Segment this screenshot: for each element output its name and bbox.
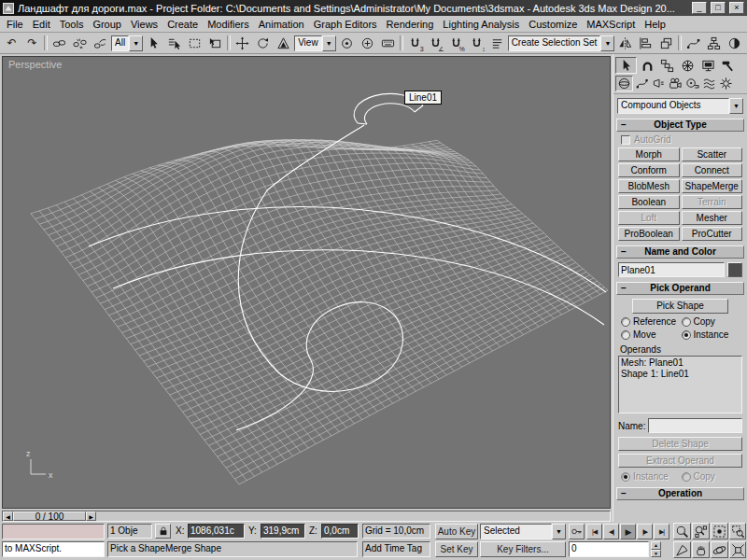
operand-item-shape[interactable]: Shape 1: Line01	[621, 369, 740, 380]
field-of-view-icon[interactable]	[673, 541, 691, 558]
go-to-end-button[interactable]: ▶|	[654, 524, 669, 539]
chevron-down-icon[interactable]: ▼	[600, 35, 614, 51]
select-by-name-icon[interactable]	[164, 34, 184, 52]
frame-spinner[interactable]: ▲▼	[651, 541, 661, 557]
radio-move[interactable]: Move	[621, 329, 680, 341]
viewport-canvas[interactable]: z x	[3, 57, 610, 508]
set-key-button[interactable]: Set Key	[435, 541, 478, 557]
align-icon[interactable]	[636, 34, 655, 52]
menu-modifiers[interactable]: Modifiers	[203, 17, 254, 32]
z-coordinate-field[interactable]: 0,0cm	[321, 524, 359, 539]
maxscript-listener-pane[interactable]: to MAXScript.	[2, 541, 105, 557]
next-frame-arrow[interactable]: ▶	[86, 511, 96, 521]
chevron-down-icon[interactable]: ▼	[552, 524, 566, 539]
operands-list[interactable]: Mesh: Plane01 Shape 1: Line01	[618, 356, 742, 413]
arc-rotate-icon[interactable]	[711, 541, 728, 558]
shapemerge-button[interactable]: ShapeMerge	[682, 179, 743, 193]
time-slider-handle[interactable]: 0 / 100	[13, 511, 86, 521]
tab-motion[interactable]	[678, 57, 698, 74]
keyboard-shortcut-override-icon[interactable]	[378, 34, 398, 52]
tab-utilities[interactable]	[718, 57, 738, 74]
selection-filter-dropdown[interactable]: All ▼	[111, 35, 143, 51]
auto-key-button[interactable]: Auto Key	[435, 524, 478, 539]
bind-to-space-warp-icon[interactable]	[91, 34, 110, 52]
conform-button[interactable]: Conform	[618, 163, 680, 177]
mesher-button[interactable]: Mesher	[682, 211, 743, 225]
percent-snap-icon[interactable]: %	[446, 34, 466, 52]
rollout-name-and-color[interactable]: −Name and Color	[616, 245, 744, 259]
spinner-snap-icon[interactable]: ↕	[467, 34, 486, 52]
subcategory-dropdown[interactable]: Compound Objects ▼	[617, 98, 743, 114]
next-frame-button[interactable]: |▶	[637, 524, 653, 539]
procutter-button[interactable]: ProCutter	[682, 227, 743, 241]
select-and-move-icon[interactable]	[233, 34, 252, 52]
key-filters-button[interactable]: Key Filters...	[480, 541, 566, 557]
category-shapes-icon[interactable]	[634, 76, 650, 91]
redo-icon[interactable]: ↷	[22, 34, 42, 52]
radio-copy[interactable]: Copy	[682, 315, 740, 328]
operand-item-mesh[interactable]: Mesh: Plane01	[621, 357, 740, 369]
category-space-warps-icon[interactable]	[701, 76, 717, 91]
tab-create[interactable]	[615, 57, 637, 74]
y-coordinate-field[interactable]: 319,9cm	[261, 524, 305, 539]
chevron-down-icon[interactable]: ▼	[129, 35, 143, 51]
radio-reference[interactable]: Reference	[621, 315, 680, 328]
rollout-operation[interactable]: −Operation	[616, 487, 744, 500]
radio-instance[interactable]: Instance	[682, 329, 740, 341]
operand-name-input[interactable]	[648, 418, 742, 433]
connect-button[interactable]: Connect	[682, 163, 743, 177]
menu-graph-editors[interactable]: Graph Editors	[309, 17, 382, 32]
macro-recorder-pane[interactable]	[2, 524, 105, 539]
rollout-object-type[interactable]: −Object Type	[616, 119, 744, 132]
rollout-pick-operand[interactable]: −Pick Operand	[616, 282, 744, 295]
scatter-button[interactable]: Scatter	[682, 147, 743, 161]
select-and-manipulate-icon[interactable]	[358, 34, 377, 52]
menu-group[interactable]: Group	[88, 17, 126, 32]
tab-display[interactable]	[698, 57, 718, 74]
snaps-toggle-icon[interactable]: 3	[405, 34, 425, 52]
play-button[interactable]: ▶	[620, 524, 636, 539]
object-color-swatch[interactable]	[727, 262, 742, 277]
curve-editor-icon[interactable]	[684, 34, 703, 52]
key-mode-toggle[interactable]	[569, 524, 585, 539]
maximize-button[interactable]: □	[711, 2, 726, 14]
chevron-down-icon[interactable]: ▼	[322, 35, 336, 51]
zoom-icon[interactable]	[673, 523, 691, 539]
menu-animation[interactable]: Animation	[254, 17, 309, 32]
tab-hierarchy[interactable]	[657, 57, 677, 74]
selection-lock-toggle[interactable]	[155, 524, 171, 539]
boolean-button[interactable]: Boolean	[618, 195, 680, 209]
mirror-icon[interactable]	[615, 34, 635, 52]
viewport-label[interactable]: Perspective	[8, 59, 62, 70]
menu-tools[interactable]: Tools	[55, 17, 89, 32]
material-editor-icon[interactable]	[725, 34, 744, 52]
previous-frame-arrow[interactable]: ◀	[3, 511, 13, 521]
zoom-extents-icon[interactable]	[711, 523, 728, 539]
window-crossing-icon[interactable]	[205, 34, 225, 52]
minimize-button[interactable]: _	[692, 2, 707, 14]
x-coordinate-field[interactable]: 1086,031c	[188, 524, 245, 539]
angle-snap-icon[interactable]: ∠	[426, 34, 445, 52]
menu-help[interactable]: Help	[640, 17, 670, 32]
pan-icon[interactable]	[692, 541, 710, 558]
morph-button[interactable]: Morph	[618, 147, 680, 161]
chevron-down-icon[interactable]: ▼	[729, 98, 743, 114]
category-geometry-icon[interactable]	[615, 76, 633, 91]
use-pivot-point-center-icon[interactable]	[337, 34, 357, 52]
menu-file[interactable]: File	[2, 17, 28, 32]
current-frame-field[interactable]: 0	[569, 541, 649, 557]
layer-manager-icon[interactable]	[656, 34, 676, 52]
zoom-all-icon[interactable]	[692, 523, 710, 539]
menu-views[interactable]: Views	[126, 17, 162, 32]
select-and-scale-icon[interactable]	[274, 34, 293, 52]
zoom-region-icon[interactable]	[729, 523, 746, 539]
object-name-input[interactable]	[618, 262, 725, 277]
undo-icon[interactable]: ↶	[2, 34, 21, 52]
select-link-icon[interactable]	[49, 34, 69, 52]
time-slider-track[interactable]: ◀ 0 / 100 ▶	[2, 511, 611, 522]
add-time-tag[interactable]: Add Time Tag	[362, 541, 430, 557]
category-cameras-icon[interactable]	[668, 76, 684, 91]
key-mode-dropdown[interactable]: Selected ▼	[480, 524, 566, 539]
named-selection-sets-dropdown[interactable]: Create Selection Set ▼	[508, 35, 615, 51]
reference-coordinate-dropdown[interactable]: View ▼	[294, 35, 336, 51]
